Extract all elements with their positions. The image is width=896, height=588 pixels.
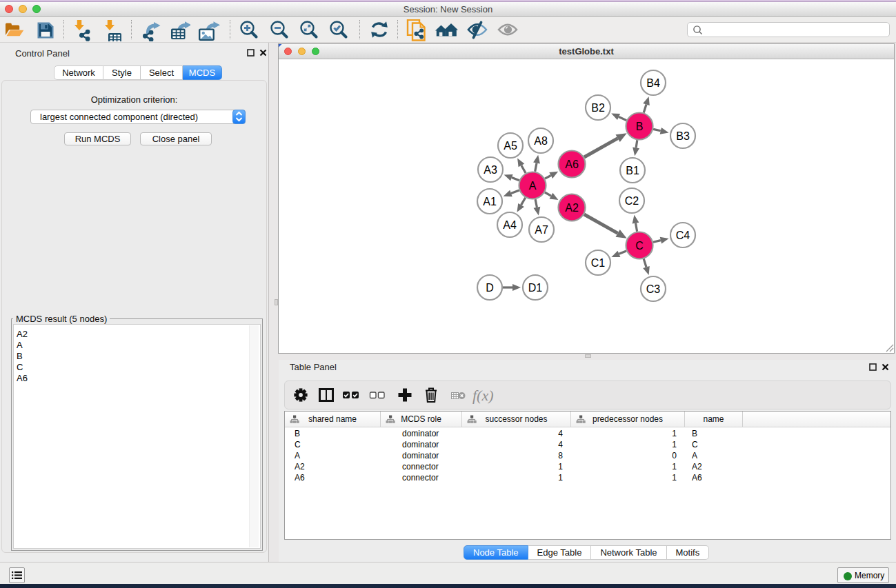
svg-text:D1: D1: [528, 282, 543, 294]
svg-text:C4: C4: [676, 230, 690, 241]
svg-text:C1: C1: [591, 257, 606, 269]
svg-text:C2: C2: [625, 195, 639, 207]
svg-text:A1: A1: [483, 196, 497, 207]
svg-text:B3: B3: [676, 130, 690, 142]
svg-text:B2: B2: [591, 102, 605, 114]
svg-text:A6: A6: [565, 159, 579, 170]
svg-text:C3: C3: [646, 283, 661, 295]
svg-text:A: A: [529, 180, 537, 192]
svg-text:B1: B1: [626, 165, 639, 176]
svg-text:A8: A8: [534, 135, 548, 147]
svg-text:A3: A3: [484, 164, 497, 176]
svg-text:A4: A4: [503, 219, 517, 231]
svg-text:A2: A2: [565, 202, 579, 214]
svg-text:B: B: [636, 121, 644, 132]
svg-text:A5: A5: [504, 140, 517, 152]
svg-text:D: D: [486, 282, 494, 294]
svg-text:C: C: [635, 240, 644, 252]
svg-text:A7: A7: [535, 224, 548, 236]
svg-text:B4: B4: [646, 77, 660, 89]
